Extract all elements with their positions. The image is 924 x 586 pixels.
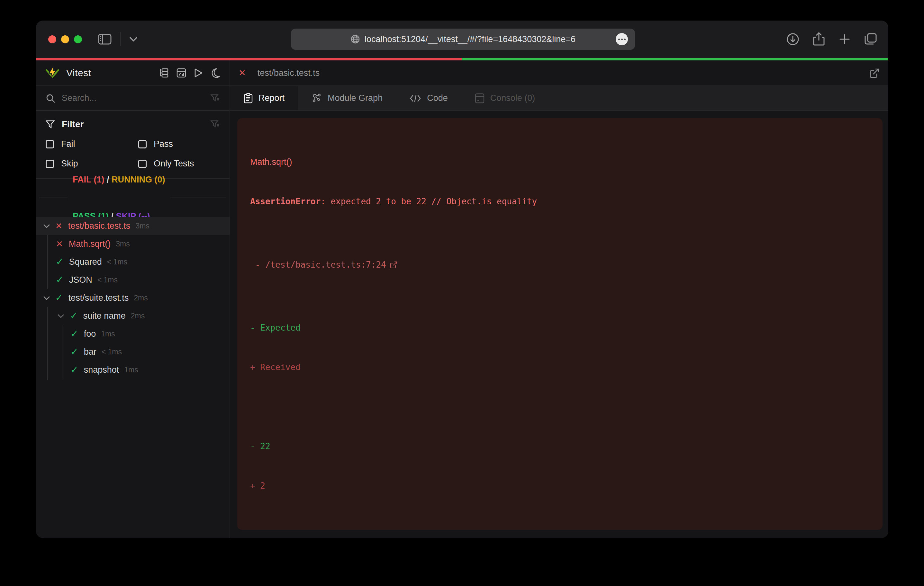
- tree-row-file-basic[interactable]: ✕ test/basic.test.ts 3ms: [36, 217, 229, 235]
- tree-label: Math.sqrt(): [69, 239, 111, 249]
- report-icon: [244, 93, 253, 104]
- tab-code[interactable]: Code: [396, 86, 461, 110]
- tree-row-suite-name[interactable]: ✓ suite name 2ms: [36, 307, 229, 325]
- tab-label: Console (0): [490, 93, 535, 103]
- failed-test-name: Math.sqrt(): [250, 155, 870, 169]
- fail-count: FAIL (1): [73, 175, 104, 184]
- tree-row-test-squared[interactable]: ✓ Squared < 1ms: [36, 253, 229, 271]
- funnel-icon: [46, 120, 54, 129]
- address-bar[interactable]: localhost:51204/__vitest__/#/?file=16484…: [291, 29, 635, 50]
- tree-duration: 2ms: [134, 294, 148, 302]
- tree-label: snapshot: [84, 365, 119, 375]
- open-file-name: test/basic.test.ts: [257, 68, 320, 78]
- url-text: localhost:51204/__vitest__/#/?file=16484…: [365, 35, 576, 44]
- pass-icon: ✓: [71, 365, 78, 375]
- running-count: RUNNING (0): [112, 175, 165, 184]
- search-placeholder: Search...: [62, 93, 96, 103]
- checkbox-icon[interactable]: [46, 160, 54, 168]
- error-message: AssertionError: expected 2 to be 22 // O…: [250, 195, 870, 208]
- tab-label: Code: [427, 93, 448, 103]
- browser-titlebar: localhost:51204/__vitest__/#/?file=16484…: [36, 21, 888, 58]
- fail-icon: ✕: [55, 221, 63, 231]
- tree-label: foo: [84, 329, 96, 339]
- globe-icon: [350, 35, 360, 44]
- list-tree-icon[interactable]: [159, 68, 169, 78]
- pass-icon: ✓: [71, 347, 78, 357]
- chevron-down-icon[interactable]: [43, 222, 50, 228]
- ellipsis-icon[interactable]: [615, 33, 628, 45]
- new-tab-icon[interactable]: [838, 33, 851, 46]
- diff-expected-value: - 22: [250, 440, 870, 453]
- filter-checkbox-pass[interactable]: Pass: [138, 139, 220, 149]
- pass-icon: ✓: [70, 311, 78, 321]
- tree-label: test/suite.test.ts: [68, 293, 129, 303]
- clear-filter-icon[interactable]: [210, 120, 220, 129]
- tree-row-test-mathsqrt[interactable]: ✕ Math.sqrt() 3ms: [36, 235, 229, 253]
- sidebar: Vitest: [36, 60, 229, 538]
- tab-label: Module Graph: [328, 93, 383, 103]
- tree-duration: < 1ms: [107, 258, 127, 266]
- tree-duration: 2ms: [131, 312, 145, 320]
- close-window-button[interactable]: [48, 35, 56, 43]
- fail-icon: ✕: [56, 239, 63, 249]
- tree-row-test-snapshot[interactable]: ✓ snapshot 1ms: [36, 361, 229, 379]
- pass-icon: ✓: [56, 257, 63, 267]
- progress-pass-segment: [462, 58, 889, 60]
- diff-received-value: + 2: [250, 479, 870, 492]
- browser-window: localhost:51204/__vitest__/#/?file=16484…: [36, 21, 888, 538]
- tree-label: JSON: [69, 275, 92, 285]
- tree-row-test-foo[interactable]: ✓ foo 1ms: [36, 325, 229, 343]
- tab-console[interactable]: Console (0): [461, 86, 549, 110]
- search-icon: [46, 94, 55, 103]
- tree-label: test/basic.test.ts: [68, 221, 130, 231]
- tree-row-file-suite[interactable]: ✓ test/suite.test.ts 2ms: [36, 289, 229, 307]
- tree-duration: 3ms: [135, 222, 149, 230]
- tab-report[interactable]: Report: [230, 86, 298, 110]
- checkbox-icon[interactable]: [138, 140, 147, 148]
- tree-guide-line: [47, 235, 48, 289]
- minimize-window-button[interactable]: [61, 35, 69, 43]
- console-icon: [475, 93, 485, 104]
- dashboard-icon[interactable]: [176, 68, 186, 78]
- tab-group-chevron-icon[interactable]: [129, 36, 138, 42]
- tabs-overview-icon[interactable]: [864, 33, 878, 46]
- zoom-window-button[interactable]: [74, 35, 82, 43]
- pass-icon: ✓: [71, 329, 78, 339]
- share-icon[interactable]: [812, 32, 825, 46]
- tab-module-graph[interactable]: Module Graph: [298, 86, 396, 110]
- checkbox-icon[interactable]: [46, 140, 54, 148]
- search-input[interactable]: Search...: [62, 93, 210, 103]
- vitest-logo: [45, 66, 60, 80]
- tree-guide-line: [47, 307, 48, 380]
- tree-duration: 1ms: [124, 365, 138, 374]
- progress-fail-segment: [36, 58, 462, 60]
- open-in-editor-icon[interactable]: [869, 67, 880, 78]
- tree-label: Squared: [69, 257, 102, 267]
- chevron-down-icon[interactable]: [43, 294, 50, 300]
- test-tree: ✕ test/basic.test.ts 3ms ✕ Math.sqrt() 3…: [36, 217, 229, 538]
- checkbox-label: Fail: [61, 139, 75, 149]
- report-content: Math.sqrt() AssertionError: expected 2 t…: [230, 111, 888, 538]
- tree-label: bar: [84, 347, 96, 357]
- tree-label: suite name: [83, 311, 126, 321]
- code-icon: [409, 94, 421, 102]
- run-all-icon[interactable]: [193, 68, 203, 78]
- tree-row-test-bar[interactable]: ✓ bar < 1ms: [36, 343, 229, 361]
- diff-expected-label: - Expected: [250, 321, 870, 334]
- tree-guide-line: [62, 325, 63, 380]
- toolbar-separator: [120, 32, 120, 46]
- clear-search-filter-icon[interactable]: [210, 94, 220, 103]
- main-pane: ✕ test/basic.test.ts: [229, 60, 888, 538]
- filter-checkbox-fail[interactable]: Fail: [46, 139, 138, 149]
- tree-duration: 1ms: [101, 330, 115, 338]
- tree-duration: < 1ms: [102, 347, 122, 356]
- download-icon[interactable]: [786, 33, 800, 46]
- open-location-icon[interactable]: [390, 235, 460, 295]
- sidebar-toggle-icon[interactable]: [98, 34, 112, 44]
- diff-received-label: + Received: [250, 361, 870, 374]
- tree-row-test-json[interactable]: ✓ JSON < 1ms: [36, 271, 229, 289]
- tab-label: Report: [259, 93, 285, 103]
- module-graph-icon: [312, 93, 322, 104]
- chevron-down-icon[interactable]: [58, 312, 64, 318]
- dark-mode-icon[interactable]: [210, 68, 221, 78]
